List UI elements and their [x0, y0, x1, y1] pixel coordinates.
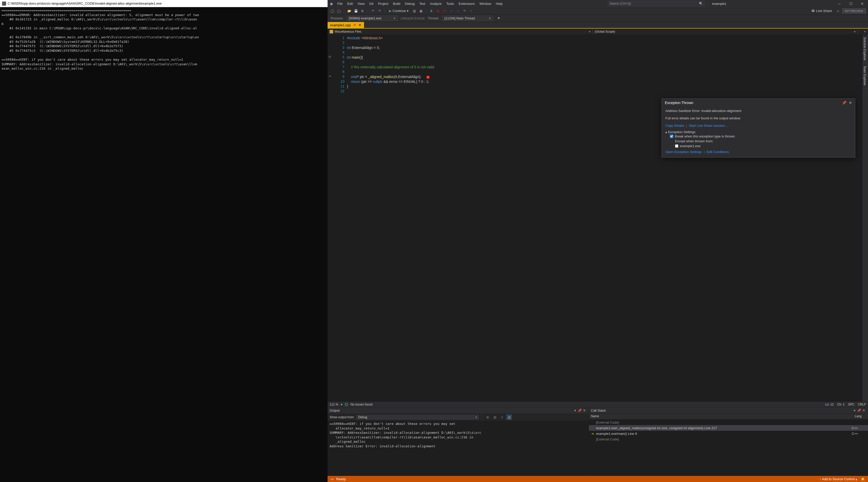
char-indicator[interactable]: Ch: 1 — [837, 403, 844, 406]
clear-icon[interactable]: ≣ — [485, 415, 490, 420]
continue-button[interactable]: ▶ Continue ▾ — [388, 8, 410, 13]
toggle-icon[interactable]: ▤ — [492, 415, 497, 420]
col-lang-header[interactable]: Lang — [853, 414, 868, 419]
menu-window[interactable]: Window — [477, 1, 493, 7]
line-ending-indicator[interactable]: CRLF — [858, 403, 866, 406]
process-selector[interactable]: [50984] example1.exe ▾ — [347, 16, 398, 21]
int-preview-badge: INT PREVIEW — [842, 8, 866, 13]
code-content[interactable]: #include <Windows.h> int ExternalAlign =… — [347, 35, 868, 401]
menu-tools[interactable]: Tools — [444, 1, 456, 7]
output-source-selector[interactable]: Debug ▾ — [356, 415, 479, 420]
search-input[interactable]: Search (Ctrl+Q) 🔍 — [608, 1, 705, 6]
notifications-icon[interactable]: 🔔 — [861, 477, 865, 481]
step-over-icon[interactable]: ↷ — [462, 8, 467, 13]
menu-analyze[interactable]: Analyze — [428, 1, 443, 7]
menu-help[interactable]: Help — [494, 1, 505, 7]
output-text[interactable]: ==50984==HINT: if you don't care about t… — [328, 421, 589, 476]
member-scope-selector[interactable]: (Global Scope) ▾ — [593, 29, 858, 34]
open-exception-settings-link[interactable]: Open Exception Settings — [665, 150, 702, 154]
output-header[interactable]: Output ▾ 📌 ✕ — [328, 407, 589, 414]
except-item-checkbox[interactable] — [675, 144, 678, 148]
next-stmt-icon[interactable]: → — [449, 8, 454, 13]
except-item-row[interactable]: example1.exe — [665, 144, 851, 148]
feedback-icon[interactable]: ☺ — [836, 8, 841, 13]
call-stack-body[interactable]: [External Code]example1.exe!_aligned_mal… — [589, 420, 868, 476]
exception-header[interactable]: Exception Thrown 📌 ✕ — [662, 99, 855, 107]
menu-extensions[interactable]: Extensions — [457, 1, 477, 7]
continue-label: Continue — [393, 9, 406, 13]
break-when-thrown-row[interactable]: Break when this exception type is thrown — [665, 134, 851, 139]
col-name-header[interactable]: Name — [589, 414, 853, 419]
live-share-button[interactable]: ⮉ Live Share — [809, 9, 834, 13]
debug-target-icon[interactable]: ▥ — [412, 8, 417, 13]
editor-margin: ⊟➜ — [328, 35, 332, 401]
scope-extra[interactable]: ▾ — [858, 29, 868, 34]
step-out-icon[interactable]: ↑ — [469, 8, 474, 13]
dropdown-icon[interactable]: ▾ — [573, 409, 578, 412]
close-button[interactable]: ✕ — [857, 0, 868, 7]
restart-icon[interactable]: ⟳ — [442, 8, 447, 13]
menu-file[interactable]: File — [335, 1, 345, 7]
pin-icon[interactable]: 📌 — [578, 409, 582, 412]
vs-logo-icon[interactable]: ◆ — [328, 1, 335, 6]
undo-icon[interactable]: ↶ — [370, 8, 375, 13]
save-icon[interactable]: 💾 — [353, 8, 359, 13]
minimize-button[interactable]: ─ — [834, 0, 845, 7]
search-icon: 🔍 — [699, 2, 703, 5]
edit-conditions-link[interactable]: Edit Conditions — [707, 150, 729, 154]
menu-test[interactable]: Test — [417, 1, 428, 7]
word-wrap-icon[interactable]: ↲ — [499, 415, 504, 420]
side-tab-solution-explorer[interactable]: Solution Explorer — [862, 35, 867, 63]
close-icon[interactable]: ✕ — [861, 409, 866, 412]
debug-windows-icon[interactable]: ▦ — [418, 8, 424, 13]
line-indicator[interactable]: Ln: 12 — [825, 403, 834, 406]
pin-icon[interactable]: 📌 — [857, 409, 861, 412]
thread-selector[interactable]: [11204] Main Thread ▾ — [442, 16, 493, 21]
pin-icon[interactable]: 📌 — [842, 101, 846, 105]
zoom-level[interactable]: 111 % — [330, 403, 338, 406]
spaces-indicator[interactable]: SPC — [848, 403, 855, 406]
file-tab[interactable]: example1.cpp 📌 ✕ — [328, 22, 364, 28]
open-file-icon[interactable]: 📂 — [347, 8, 352, 13]
auto-scroll-icon[interactable]: ▦ — [506, 415, 512, 420]
menu-git[interactable]: Git — [367, 1, 375, 7]
nav-fwd-icon[interactable]: ◯ — [336, 8, 341, 13]
save-all-icon[interactable]: 🗎 — [360, 8, 365, 13]
menu-project[interactable]: Project — [376, 1, 390, 7]
start-live-share-link[interactable]: Start Live Share session... — [689, 124, 727, 127]
call-stack-row[interactable]: ➜example1.exe!main() Line 9C++ — [589, 431, 868, 436]
copy-details-link[interactable]: Copy Details — [665, 124, 684, 127]
dropdown-icon[interactable]: ▾ — [852, 409, 857, 412]
status-bar: ▭ Ready ↑ Add to Source Control ▴ 🔔 — [328, 476, 868, 482]
side-tab-team-explorer[interactable]: Team Explorer — [862, 63, 867, 88]
stop-icon[interactable]: ■ — [435, 8, 440, 13]
lifecycle-events-button[interactable]: Lifecycle Events — [401, 16, 425, 20]
issues-label[interactable]: No issues found — [350, 403, 372, 406]
close-icon[interactable]: ✕ — [582, 409, 587, 412]
console-title-bar[interactable]: C:\MSDN\cpp-docs-pr\docs\c-language\ASAN… — [0, 0, 328, 7]
pin-icon[interactable]: 📌 — [353, 24, 356, 27]
menu-build[interactable]: Build — [391, 1, 402, 7]
close-tab-icon[interactable]: ✕ — [359, 23, 362, 27]
code-editor[interactable]: ⊟➜ 123456789101112 #include <Windows.h> … — [328, 35, 868, 401]
call-stack-row[interactable]: example1.exe!_aligned_malloc(unsigned in… — [589, 425, 868, 431]
menu-edit[interactable]: Edit — [345, 1, 355, 7]
call-stack-header[interactable]: Call Stack ▾ 📌 ✕ — [589, 407, 868, 414]
call-stack-row[interactable]: [External Code] — [589, 420, 868, 425]
maximize-button[interactable]: ☐ — [845, 0, 857, 7]
call-stack-row[interactable]: [External Code] — [589, 436, 868, 442]
step-into-icon[interactable]: ↓ — [455, 8, 460, 13]
console-output[interactable]: ========================================… — [0, 7, 328, 482]
break-checkbox[interactable] — [670, 134, 673, 138]
nav-back-icon[interactable]: ◯ — [330, 8, 335, 13]
exception-settings-header[interactable]: ▴ Exception Settings — [665, 130, 851, 134]
redo-icon[interactable]: ↷ — [377, 8, 382, 13]
menu-view[interactable]: View — [355, 1, 367, 7]
add-source-control-button[interactable]: ↑ Add to Source Control ▴ — [819, 477, 857, 481]
project-scope-selector[interactable]: Miscellaneous Files ▾ — [328, 29, 593, 34]
close-icon[interactable]: ✕ — [849, 101, 852, 105]
thread-flag-icon[interactable]: ⚑ — [496, 16, 501, 21]
menu-debug[interactable]: Debug — [403, 1, 416, 7]
pause-icon[interactable]: ⏸ — [429, 8, 434, 13]
exception-title: Exception Thrown — [665, 101, 839, 105]
